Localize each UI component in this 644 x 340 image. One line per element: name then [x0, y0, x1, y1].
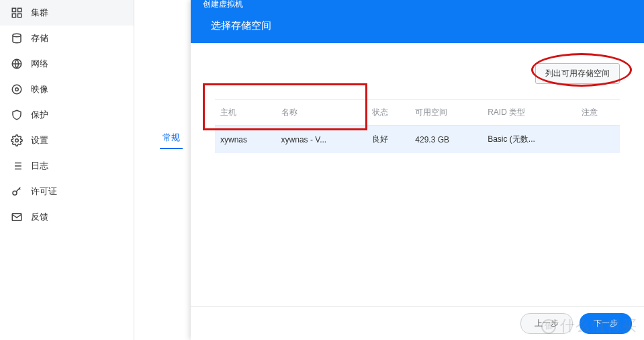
cell-avail: 429.3 GB — [410, 126, 482, 154]
gear-icon — [11, 134, 23, 146]
col-raid: RAID 类型 — [482, 100, 576, 126]
sidebar-item-label: 存储 — [31, 32, 48, 44]
table-header-row: 主机 名称 状态 可用空间 RAID 类型 注意 — [215, 100, 620, 126]
sidebar-item-label: 许可证 — [31, 185, 57, 198]
sidebar-item-feedback[interactable]: 反馈 — [0, 204, 134, 230]
prev-button[interactable]: 上一步 — [520, 313, 573, 334]
sidebar-item-label: 设置 — [31, 134, 48, 146]
key-icon — [11, 185, 23, 198]
cluster-icon — [11, 7, 23, 19]
storage-icon — [11, 32, 23, 44]
next-button[interactable]: 下一步 — [580, 313, 632, 334]
sidebar-item-image[interactable]: 映像 — [0, 77, 134, 102]
cell-name: xywnas - V... — [276, 126, 367, 154]
sidebar-item-license[interactable]: 许可证 — [0, 179, 134, 204]
cell-host: xywnas — [215, 126, 276, 154]
cell-raid: Basic (无数... — [482, 126, 576, 154]
svg-rect-3 — [18, 14, 21, 17]
sidebar-item-protect[interactable]: 保护 — [0, 102, 134, 128]
svg-point-15 — [13, 191, 17, 195]
list-icon — [11, 160, 23, 172]
main-area: 常规 创建虚拟机 选择存储空间 列出可用存储空间 主机 名称 状态 可用空间 R… — [134, 0, 644, 340]
col-note: 注意 — [576, 100, 620, 126]
sidebar-item-settings[interactable]: 设置 — [0, 128, 134, 153]
image-icon — [11, 83, 23, 95]
col-status: 状态 — [367, 100, 410, 126]
col-host: 主机 — [215, 100, 276, 126]
sidebar-item-label: 日志 — [31, 160, 48, 172]
sidebar: 集群 存储 网络 映像 保护 设置 日志 — [0, 0, 134, 340]
sidebar-item-network[interactable]: 网络 — [0, 51, 134, 77]
svg-point-8 — [15, 139, 19, 142]
tabbar: 常规 — [160, 128, 183, 149]
svg-point-4 — [13, 34, 21, 37]
sidebar-item-cluster[interactable]: 集群 — [0, 0, 134, 26]
svg-point-7 — [15, 88, 19, 91]
svg-rect-1 — [18, 8, 21, 11]
shield-icon — [11, 109, 23, 121]
sidebar-item-label: 保护 — [31, 109, 48, 121]
sidebar-item-label: 反馈 — [31, 211, 48, 223]
modal-footer: 上一步 下一步 — [191, 306, 644, 340]
svg-rect-0 — [12, 8, 15, 11]
svg-point-6 — [12, 85, 21, 94]
mail-icon — [11, 211, 23, 223]
modal-create-vm: 创建虚拟机 选择存储空间 列出可用存储空间 主机 名称 状态 可用空间 RAID… — [191, 0, 644, 340]
cell-note — [576, 126, 620, 154]
storage-table: 主机 名称 状态 可用空间 RAID 类型 注意 xywnas xywnas -… — [215, 99, 620, 153]
cell-status: 良好 — [367, 126, 410, 154]
list-storage-button[interactable]: 列出可用存储空间 — [535, 63, 620, 84]
col-avail: 可用空间 — [410, 100, 482, 126]
table-row[interactable]: xywnas xywnas - V... 良好 429.3 GB Basic (… — [215, 126, 620, 154]
sidebar-item-storage[interactable]: 存储 — [0, 26, 134, 51]
sidebar-item-label: 映像 — [31, 83, 48, 95]
sidebar-item-label: 网络 — [31, 58, 48, 70]
network-icon — [11, 58, 23, 70]
modal-body: 列出可用存储空间 主机 名称 状态 可用空间 RAID 类型 注意 xywnas — [191, 43, 644, 306]
modal-window-title: 创建虚拟机 — [191, 0, 644, 8]
tab-general[interactable]: 常规 — [160, 128, 183, 149]
sidebar-item-log[interactable]: 日志 — [0, 153, 134, 179]
col-name: 名称 — [276, 100, 367, 126]
modal-title: 选择存储空间 — [191, 8, 644, 43]
sidebar-item-label: 集群 — [31, 7, 48, 19]
svg-rect-2 — [12, 14, 15, 17]
